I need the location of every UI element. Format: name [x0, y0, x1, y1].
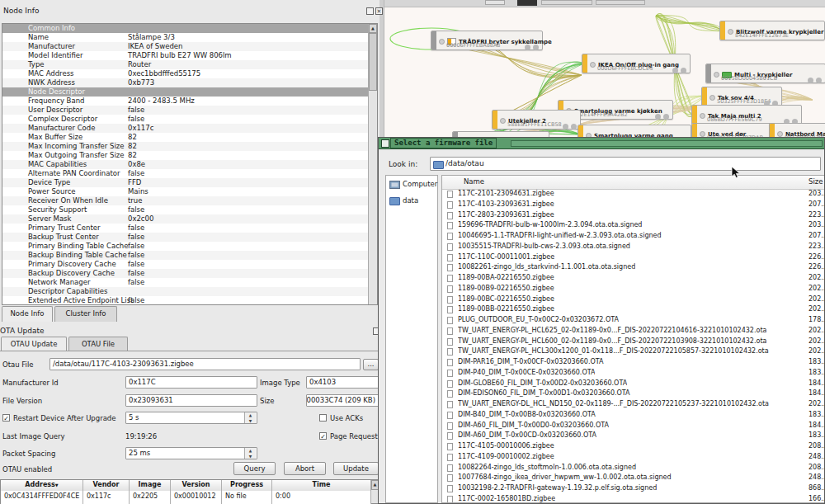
column-header[interactable]: Progress	[222, 480, 272, 491]
file-row[interactable]: DIM-A60_FIL_DIM_T-0x00D0-0x03203660.OTA1…	[442, 421, 824, 431]
tab-cluster-info[interactable]: Cluster Info	[54, 306, 117, 322]
graph-node[interactable]: Tak sov 4/450325FFFFE3D18E4	[701, 87, 782, 106]
file-row[interactable]: DIM-EDISON60_FIL_DIM_T-0x00D1-0x03203660…	[442, 389, 824, 399]
use-acks-label: Use ACKs	[330, 414, 363, 422]
endpoint-dot-icon	[663, 114, 669, 120]
file-row[interactable]: 1189-00B9-02216550.zigbee202..	[442, 284, 824, 294]
close-icon[interactable]: ✕	[375, 7, 383, 15]
size-input[interactable]: 0x00033C74 (209 KB)	[306, 394, 379, 407]
file-row[interactable]: 117C-4103-23093631.zigbee207..	[442, 200, 824, 210]
file-row[interactable]: 10046695-1.1-TRADFRI-light-unified-w-2.3…	[442, 231, 824, 242]
file-icon	[447, 201, 453, 209]
packet-spacing-spinbox[interactable]: 25 ms ▲▼	[125, 447, 257, 459]
sidebar-item-data[interactable]: data	[386, 192, 437, 209]
restart-checkbox[interactable]: ✓	[2, 414, 10, 422]
spin-down-icon[interactable]: ▼	[245, 418, 256, 424]
update-button[interactable]: Update	[333, 462, 379, 475]
scrollbar[interactable]: ▲	[368, 24, 377, 304]
status-dot-icon	[777, 131, 783, 137]
ota-table-header[interactable]: Address▼VendorImageVersionProgressTime	[1, 480, 371, 492]
toolbar-fragment[interactable]	[517, 0, 537, 6]
file-row[interactable]: TW_UART_ENERGY-PL_HCL600_02-0x1189-0x0..…	[442, 337, 824, 347]
graph-node[interactable]: Multi - krypkjeller00158D00045B01CB	[705, 64, 825, 83]
file-row[interactable]: 1189-00BB-02216550.zigbee202..	[442, 304, 824, 315]
manufacturer-id-input[interactable]: 0x117C	[125, 376, 257, 389]
graph-node[interactable]: TRÅDFRI bryter sykkellampe00006FFFFEBA88…	[431, 31, 543, 50]
file-row[interactable]: TW_UART_ENERGY-PL_HCL625_02-0x1189-0x0..…	[442, 326, 824, 337]
file-row[interactable]: DIM-PAR16_DIM_T-0x00CF-0x03203660.OTA183…	[442, 357, 824, 368]
node-info-row: User Descriptorfalse	[2, 106, 368, 115]
restart-delay-spinbox[interactable]: 5 s ▲▼	[125, 412, 257, 424]
toolbar-fragment[interactable]	[541, 0, 592, 5]
graph-node[interactable]: IKEA On/Off plug-in gang000D6FFFFEBCDCE3	[582, 54, 691, 73]
browse-button[interactable]: ...	[363, 359, 379, 370]
file-row[interactable]: 117C-4109-00010002.zigbee248..	[442, 452, 824, 463]
column-size[interactable]: Size	[808, 176, 823, 188]
file-dialog: Select a firmware file Look in: /data/ot…	[378, 137, 825, 504]
file-row[interactable]: 10032198-2.2-TRADFRI-gateway-1.19.32.p.e…	[442, 483, 824, 494]
endpoint-dots	[805, 71, 822, 87]
graph-node[interactable]: Blitzwolf varme krypkjeller842E14FFFE126…	[719, 21, 825, 40]
scroll-thumb[interactable]	[369, 33, 377, 91]
page-request-checkbox[interactable]: ✓	[319, 432, 327, 440]
node-info-row: Security Supportfalse	[2, 205, 368, 214]
file-list-header[interactable]: Name Size	[442, 176, 824, 190]
file-row[interactable]: 10082264-zingo_lds_stoftmoln-1.0.006.ota…	[442, 463, 824, 473]
column-header[interactable]: Vendor	[83, 480, 130, 491]
file-row[interactable]: 10077684-zingo_ikea_driver_hwpwm_ww-1.0.…	[442, 473, 824, 483]
sidebar-item-computer[interactable]: Computer	[386, 176, 437, 192]
dialog-titlebar[interactable]: Select a firmware file	[379, 138, 824, 149]
file-row[interactable]: 117C-110C-00011001.zigbee226..	[442, 252, 824, 263]
scroll-up-icon[interactable]: ▲	[369, 24, 377, 33]
file-row[interactable]: 1189-00BA-02216550.zigbee202..	[442, 273, 824, 284]
file-icon	[447, 296, 453, 304]
query-button[interactable]: Query	[233, 462, 276, 475]
tab-otau-file[interactable]: OTAU File	[68, 337, 128, 351]
file-version-input[interactable]: 0x23093631	[125, 394, 257, 407]
table-row[interactable]: 0x0C4314FFFED0F4CE0x117c0x22050x00010012…	[1, 491, 371, 504]
toolbar-fragment[interactable]	[596, 0, 645, 5]
dialog-sidebar: Computerdata	[385, 175, 438, 503]
file-row[interactable]: 117C-4105-00010006.zigbee208..	[442, 441, 824, 452]
file-row[interactable]: 117C-2101-23094631.zigbee203..	[442, 189, 824, 200]
float-icon[interactable]	[366, 7, 374, 15]
column-name[interactable]: Name	[464, 176, 484, 188]
otau-file-input[interactable]: /data/otau/117C-4103-23093631.zigbee	[50, 358, 361, 370]
look-in-combobox[interactable]: /data/otau	[430, 157, 821, 171]
graph-node[interactable]: Utekjeller 2588E81FFFE11CB58	[492, 110, 581, 130]
tab-otau-update[interactable]: OTAU Update	[1, 337, 67, 351]
file-row[interactable]: 117C-2803-23093631.zigbee223..	[442, 210, 824, 221]
column-header[interactable]: Version	[171, 480, 222, 491]
file-row[interactable]: DIM-B40_DIM_T-0x00B8-0x03203660.OTA183..	[442, 410, 824, 421]
file-version-label: File Version	[2, 397, 42, 405]
window-menu-icon[interactable]	[381, 139, 389, 148]
abort-button[interactable]: Abort	[284, 462, 326, 475]
node-info-rows: Common InfoNameStålampe 3/3ManufacturerI…	[2, 24, 368, 305]
file-row[interactable]: DIM-GLOBE60_FIL_DIM_T-0x00D2-0x03203660.…	[442, 379, 824, 389]
graph-node[interactable]: Tak Maja multi 2086BD7FFFE569C79	[691, 105, 802, 125]
file-row[interactable]: 10035515-TRADFRI-bulb-cws-2.3.093.ota.ot…	[442, 242, 824, 252]
toolbar-fragment[interactable]	[485, 0, 505, 5]
file-row[interactable]: 1189-00BC-02216550.zigbee202..	[442, 294, 824, 305]
file-row[interactable]: 117C-0002-165801BD.zigbee166..	[442, 494, 824, 502]
file-row[interactable]: 159696-TRADFRI-bulb-w-1000lm-2.3.094.ota…	[442, 220, 824, 231]
endpoint-dots	[653, 107, 669, 123]
use-acks-checkbox[interactable]	[319, 414, 327, 422]
file-icon	[447, 422, 453, 430]
file-row[interactable]: PLUG_OUTDOOR_EU_T-0x00C2-0x03203672.OTA1…	[442, 315, 824, 326]
spin-down-icon[interactable]: ▼	[245, 454, 256, 459]
file-row[interactable]: TW_UART_ENERGY-PL_HCL300x1200_01-0x118..…	[442, 346, 824, 357]
column-header[interactable]: Address▼	[1, 480, 83, 491]
file-row[interactable]: DIM-P40_DIM_T-0x00CE-0x03203660.OTA183..	[442, 368, 824, 379]
endpoint-dot-icon	[816, 78, 822, 83]
column-header[interactable]: Image	[130, 480, 171, 491]
node-info-row: TypeRouter	[2, 60, 368, 69]
file-row[interactable]: DIM-A60_DIM_T-0x00CD-0x03203660.OTA183..	[442, 431, 824, 441]
file-row[interactable]: 10082261-zingo_lds_starkvind-1.1.001.ota…	[442, 262, 824, 273]
file-icon	[447, 275, 453, 282]
image-type-input[interactable]: 0x4103	[306, 376, 379, 389]
computer-icon	[389, 181, 400, 189]
column-header[interactable]: Time	[272, 480, 371, 491]
tab-node-info[interactable]: Node Info	[2, 306, 53, 322]
file-row[interactable]: TW_UART_ENERGY-DL_HCL_ND150_02-0x1189-..…	[442, 399, 824, 410]
